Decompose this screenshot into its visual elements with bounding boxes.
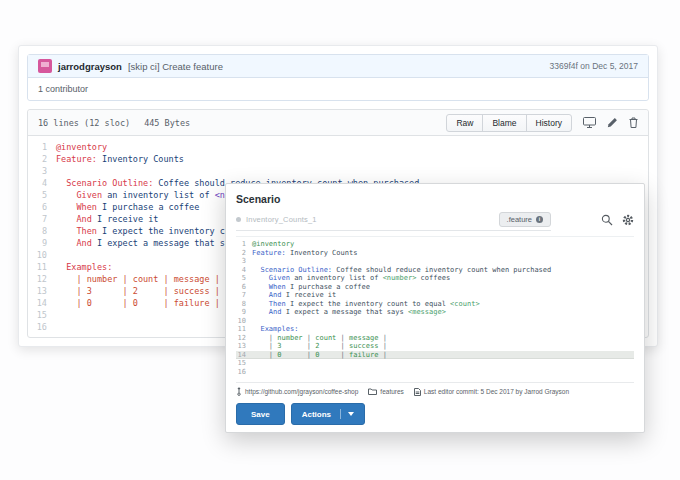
- code-line-2: 2Feature: Inventory Counts: [28, 153, 648, 165]
- code-line-3: 3: [236, 257, 634, 266]
- button-divider: [340, 409, 341, 419]
- code-line-7: 7 And I receive it: [236, 291, 634, 300]
- code-line-1: 1@inventory: [28, 141, 648, 153]
- editor-buttons: Save Actions: [236, 403, 634, 425]
- code-line-8: 8 Then I expect the inventory count to e…: [236, 300, 634, 309]
- display-icon[interactable]: [583, 117, 596, 128]
- feature-editor[interactable]: 1@inventory2Feature: Inventory Counts34 …: [236, 236, 634, 376]
- code-line-5: 5 Given an inventory list of <number> co…: [236, 274, 634, 283]
- scenario-editor-window: Scenario Inventory_Counts_1 .feature 1@i…: [225, 183, 645, 433]
- commit-message: [skip ci] Create feature: [128, 61, 223, 72]
- code-line-13: 13 | 3 | 2 | success |: [236, 342, 634, 351]
- file-size: 445 Bytes: [144, 118, 190, 128]
- commit-box: jarrodgrayson [skip ci] Create feature 3…: [27, 54, 649, 101]
- code-line-11: 11 Examples:: [236, 325, 634, 334]
- file-actions-group: Raw Blame History: [446, 114, 572, 132]
- code-line-12: 12 | number | count | message |: [236, 334, 634, 343]
- file-lines-info: 16 lines (12 sloc): [38, 118, 130, 128]
- code-line-9: 9 And I expect a message that says <mess…: [236, 308, 634, 317]
- actions-button[interactable]: Actions: [291, 403, 365, 425]
- code-line-10: 10: [236, 317, 634, 326]
- history-button[interactable]: History: [526, 114, 572, 132]
- commit-date: on Dec 5, 2017: [580, 61, 638, 71]
- gear-icon[interactable]: [622, 212, 634, 230]
- file-icon: [414, 388, 421, 396]
- file-dot-icon: [236, 217, 241, 222]
- pencil-icon[interactable]: [607, 117, 618, 128]
- code-line-6: 6 When I purchase a coffee: [236, 283, 634, 292]
- caret-down-icon: [348, 412, 354, 416]
- author-avatar[interactable]: [38, 59, 52, 73]
- last-edit-info: Last editor commit: 5 Dec 2017 by Jarrod…: [424, 388, 569, 395]
- raw-button[interactable]: Raw: [446, 114, 483, 132]
- contributors-label: 1 contributor: [28, 78, 648, 100]
- editor-status-bar: https://github.com/jgrayson/coffee-shop …: [236, 382, 634, 396]
- commit-header: jarrodgrayson [skip ci] Create feature 3…: [28, 55, 648, 78]
- save-button[interactable]: Save: [236, 403, 285, 425]
- file-header: 16 lines (12 sloc) 445 Bytes Raw Blame H…: [28, 110, 648, 136]
- feature-badge-label: .feature: [507, 215, 532, 224]
- feature-type-badge[interactable]: .feature: [499, 212, 551, 227]
- branch-icon: [236, 387, 242, 396]
- blame-button[interactable]: Blame: [482, 114, 526, 132]
- actions-label: Actions: [302, 410, 331, 419]
- folder-link[interactable]: features: [380, 388, 404, 395]
- code-line-3: 3: [28, 165, 648, 177]
- code-line-4: 4 Scenario Outline: Coffee should reduce…: [236, 266, 634, 275]
- scenario-name-input[interactable]: Inventory_Counts_1: [246, 215, 317, 224]
- folder-icon: [368, 388, 377, 395]
- code-line-15: 15: [236, 359, 634, 368]
- code-line-2: 2Feature: Inventory Counts: [236, 249, 634, 258]
- commit-author[interactable]: jarrodgrayson: [58, 61, 122, 72]
- code-line-16: 16: [236, 368, 634, 377]
- info-icon: [536, 216, 543, 223]
- commit-hash[interactable]: 3369f4f: [550, 61, 578, 71]
- code-line-1: 1@inventory: [236, 240, 634, 249]
- editor-toolbar: Inventory_Counts_1 .feature: [236, 212, 634, 230]
- editor-title: Scenario: [236, 193, 634, 205]
- repo-link[interactable]: https://github.com/jgrayson/coffee-shop: [245, 388, 358, 395]
- code-line-14: 14 | 0 | 0 | failure |: [236, 351, 634, 360]
- trash-icon[interactable]: [629, 117, 638, 128]
- search-icon[interactable]: [601, 212, 613, 230]
- scenario-tab: Inventory_Counts_1 .feature: [236, 212, 551, 231]
